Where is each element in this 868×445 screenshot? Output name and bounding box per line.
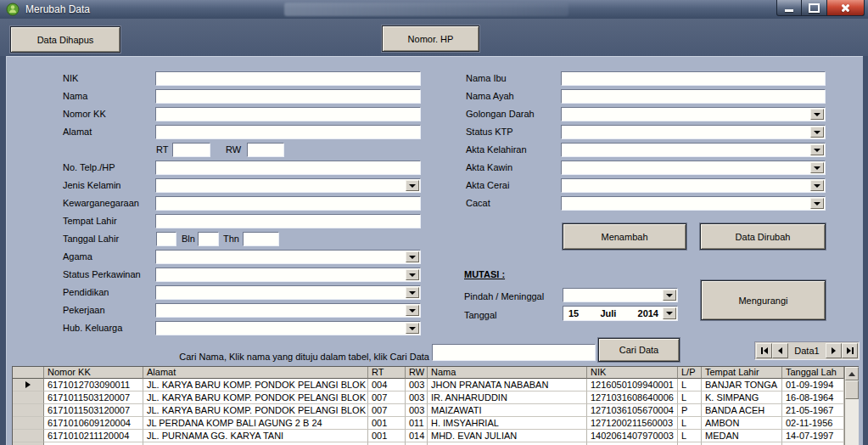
nama-ibu-input[interactable] — [561, 71, 826, 86]
row-selector-cell[interactable] — [13, 391, 44, 404]
tanggal-mutasi-arrow[interactable] — [663, 307, 676, 319]
nomor-hp-button[interactable]: Nomor. HP — [382, 25, 479, 52]
cell-nomor-kk: 6171010609120004 — [44, 417, 143, 430]
cell-nik: 1271031608640006 — [587, 391, 678, 404]
cell-rt: 007 — [368, 404, 406, 417]
cari-data-button[interactable]: Cari Data — [598, 338, 680, 362]
grid-header-nik: NIK — [587, 367, 678, 379]
minimize-icon — [785, 9, 793, 12]
cell-nik: 1216050109940001 — [587, 379, 678, 391]
grid-scrollbar[interactable] — [844, 367, 859, 445]
table-row[interactable]: 6171012703090011JL. KARYA BARU KOMP. PON… — [13, 379, 859, 391]
pekerjaan-select[interactable] — [155, 303, 421, 318]
akta-cerai-arrow[interactable] — [810, 180, 824, 191]
pindah-meninggal-arrow[interactable] — [663, 290, 676, 301]
tempat-lahir-input[interactable] — [155, 214, 421, 228]
jenis-kelamin-arrow[interactable] — [406, 180, 419, 191]
tanggal-mutasi-picker[interactable]: 15 Juli 2014 — [563, 306, 678, 321]
scroll-up-button[interactable] — [845, 367, 859, 380]
tanggal-lahir-bulan-input[interactable] — [198, 232, 219, 246]
pendidikan-arrow[interactable] — [406, 287, 419, 298]
row-selector-cell[interactable] — [13, 379, 44, 391]
cell-tempat-lahir: K. SIMPANG — [702, 391, 782, 404]
rw-input[interactable] — [247, 143, 284, 157]
hub-keluarga-arrow[interactable] — [406, 323, 419, 334]
golongan-darah-select[interactable] — [561, 107, 826, 121]
status-perkawinan-select[interactable] — [155, 268, 421, 282]
pendidikan-label: Pendidikan — [63, 287, 109, 299]
nama-input[interactable] — [155, 89, 421, 104]
pindah-meninggal-select[interactable] — [563, 288, 678, 302]
status-perkawinan-arrow[interactable] — [406, 269, 419, 280]
cell-alamat: JL. KARYA BARU KOMP. PONDOK PELANGI BLOK… — [143, 379, 368, 391]
titlebar[interactable]: Merubah Data — [0, 0, 868, 20]
akta-kawin-arrow[interactable] — [810, 162, 824, 173]
nav-next-button[interactable] — [826, 343, 842, 358]
akta-kelahiran-arrow[interactable] — [810, 144, 824, 155]
akta-kelahiran-select[interactable] — [561, 143, 826, 157]
row-selector-cell[interactable] — [13, 404, 44, 417]
data-dihapus-button[interactable]: Data Dihapus — [10, 26, 120, 53]
data-navigator: Data1 — [754, 341, 860, 360]
golongan-darah-label: Golongan Darah — [466, 109, 535, 121]
hub-keluarga-select[interactable] — [155, 321, 421, 335]
alamat-input[interactable] — [155, 125, 421, 139]
pekerjaan-label: Pekerjaan — [63, 305, 105, 317]
nav-last-button[interactable] — [842, 343, 858, 358]
cacat-select[interactable] — [561, 196, 826, 211]
bln-label: Bln — [182, 234, 195, 245]
scrollbar-thumb[interactable] — [845, 380, 859, 399]
tanggal-lahir-tahun-input[interactable] — [243, 232, 279, 246]
cell-rt: 004 — [368, 379, 406, 391]
table-row[interactable]: 6171010609120004JL PERDANA KOMP BALI AGU… — [13, 417, 859, 430]
agama-select[interactable] — [155, 250, 421, 264]
agama-arrow[interactable] — [406, 251, 419, 262]
table-row[interactable]: 6171011503120007JL. KARYA BARU KOMP. PON… — [13, 404, 859, 417]
nama-ayah-input[interactable] — [561, 89, 826, 104]
cell-tanggal-lah: 01-09-1994 — [782, 379, 844, 391]
cell-alamat: JL. KARYA BARU KOMP. PONDOK PELANGI BLOK… — [143, 404, 368, 417]
akta-kawin-select[interactable] — [561, 161, 826, 175]
akta-cerai-select[interactable] — [561, 178, 826, 193]
maximize-button[interactable] — [802, 0, 826, 16]
status-ktp-arrow[interactable] — [810, 127, 824, 138]
tanggal-lahir-hari-input[interactable] — [156, 232, 176, 246]
cari-nama-input[interactable] — [432, 344, 596, 361]
close-button[interactable] — [826, 0, 865, 16]
cell-rt: 001 — [368, 417, 406, 430]
rt-input[interactable] — [172, 143, 210, 157]
nav-prev-button[interactable] — [772, 343, 788, 358]
cell-nama: H. IMSYAHRIAL — [428, 417, 587, 430]
chevron-down-icon — [814, 149, 820, 152]
status-ktp-select[interactable] — [561, 125, 826, 139]
kewarganegaraan-input[interactable] — [155, 196, 421, 211]
nik-input[interactable] — [155, 71, 421, 86]
cacat-arrow[interactable] — [810, 198, 824, 209]
pendidikan-select[interactable] — [155, 285, 421, 300]
minimize-button[interactable] — [776, 0, 802, 16]
tanggal-lahir-label: Tanggal Lahir — [63, 234, 119, 245]
current-record-icon — [25, 381, 31, 388]
table-row[interactable]: 6171011503120007JL. KARYA BARU KOMP. PON… — [13, 391, 859, 404]
jenis-kelamin-select[interactable] — [155, 178, 421, 193]
top-toolbar: Data Dihapus Nomor. HP — [0, 19, 868, 56]
row-selector-cell[interactable] — [13, 417, 44, 430]
data-dirubah-button[interactable]: Data Dirubah — [700, 223, 826, 250]
menambah-button[interactable]: Menambah — [563, 223, 686, 250]
chevron-down-icon — [666, 312, 673, 315]
table-row[interactable]: 6171010211120004JL. PURNAMA GG. KARYA TA… — [13, 430, 859, 442]
golongan-darah-arrow[interactable] — [810, 109, 824, 120]
cari-nama-label: Cari Nama, Klik nama yang dituju dalam t… — [92, 352, 429, 363]
row-selector-cell[interactable] — [13, 430, 44, 442]
chevron-down-icon — [409, 309, 416, 313]
first-record-icon — [764, 347, 768, 354]
nama-ibu-label: Nama Ibu — [466, 73, 507, 85]
no-telp-hp-input[interactable] — [155, 161, 421, 175]
mengurangi-button[interactable]: Mengurangi — [701, 280, 826, 320]
tanggal-mutasi-value: 15 Juli 2014 — [563, 307, 677, 320]
cell-tanggal-lah: 16-08-1964 — [782, 391, 844, 404]
nomor-kk-input[interactable] — [155, 107, 421, 121]
chevron-down-icon — [814, 131, 820, 134]
pekerjaan-arrow[interactable] — [406, 305, 419, 316]
nav-first-button[interactable] — [756, 343, 772, 358]
